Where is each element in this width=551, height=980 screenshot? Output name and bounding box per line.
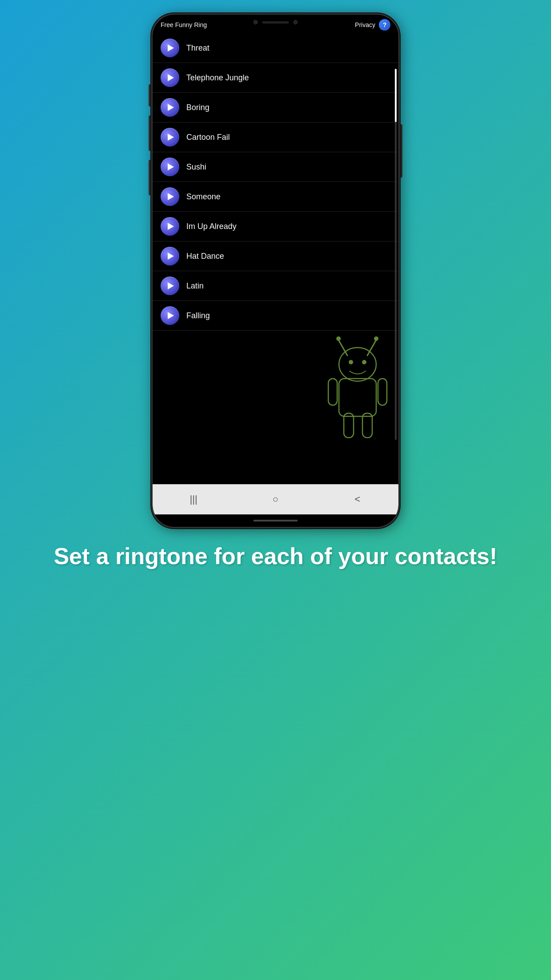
svg-point-6	[362, 360, 366, 364]
ringtone-name: Boring	[186, 103, 209, 112]
ringtone-name: Latin	[186, 281, 204, 291]
ringtone-item[interactable]: Threat	[153, 33, 398, 63]
top-right-controls: Privacy ?	[355, 19, 390, 31]
ringtone-name: Telephone Jungle	[186, 73, 249, 83]
ringtone-item[interactable]: Someone	[153, 182, 398, 212]
promo-text: Set a ringtone for each of your contacts…	[54, 541, 497, 572]
android-mascot	[323, 324, 394, 449]
phone-screen: Free Funny Ring Privacy ? ThreatTelephon…	[151, 13, 400, 528]
play-icon	[168, 193, 174, 200]
silent-button	[149, 160, 151, 195]
play-button[interactable]	[161, 187, 179, 206]
volume-down-button	[149, 115, 151, 151]
speaker	[262, 21, 289, 24]
navigation-bar: ||| ○ <	[153, 484, 398, 514]
power-button	[400, 124, 402, 178]
play-button[interactable]	[161, 158, 179, 176]
svg-rect-9	[378, 379, 387, 405]
app-title: Free Funny Ring	[161, 21, 207, 28]
ringtone-item[interactable]: Sushi	[153, 152, 398, 182]
home-indicator	[153, 514, 398, 527]
ringtone-item[interactable]: Boring	[153, 93, 398, 122]
promo-section: Set a ringtone for each of your contacts…	[18, 541, 533, 572]
ringtone-item[interactable]: Cartoon Fail	[153, 122, 398, 152]
ringtone-name: Hat Dance	[186, 252, 224, 261]
ringtone-name: Someone	[186, 192, 220, 202]
play-icon	[168, 134, 174, 141]
home-button[interactable]: ○	[264, 488, 287, 510]
svg-rect-8	[328, 379, 337, 405]
play-icon	[168, 253, 174, 260]
play-icon	[168, 223, 174, 230]
ringtone-item[interactable]: Latin	[153, 271, 398, 301]
scrollbar[interactable]	[395, 69, 397, 440]
ringtone-item[interactable]: Hat Dance	[153, 241, 398, 271]
ringtone-item[interactable]: Im Up Already	[153, 212, 398, 241]
play-button[interactable]	[161, 68, 179, 87]
play-button[interactable]	[161, 217, 179, 236]
play-button[interactable]	[161, 277, 179, 295]
play-icon	[168, 74, 174, 81]
play-button[interactable]	[161, 247, 179, 265]
play-button[interactable]	[161, 98, 179, 117]
camera-right	[293, 20, 298, 24]
ringtone-name: Cartoon Fail	[186, 133, 230, 142]
recent-apps-button[interactable]: |||	[182, 488, 205, 510]
status-bar: Free Funny Ring Privacy ?	[153, 15, 398, 33]
ringtone-name: Falling	[186, 311, 210, 320]
ringtone-item[interactable]: Telephone Jungle	[153, 63, 398, 93]
svg-point-5	[349, 360, 353, 364]
svg-point-4	[339, 348, 376, 381]
play-icon	[168, 282, 174, 289]
play-icon	[168, 312, 174, 319]
play-button[interactable]	[161, 306, 179, 325]
svg-point-3	[374, 336, 378, 341]
play-button[interactable]	[161, 128, 179, 146]
svg-rect-7	[339, 379, 376, 416]
play-icon	[168, 104, 174, 111]
help-button[interactable]: ?	[379, 19, 390, 31]
notch	[253, 20, 298, 24]
play-icon	[168, 44, 174, 51]
screen-content: Free Funny Ring Privacy ? ThreatTelephon…	[153, 15, 398, 527]
scrollbar-thumb[interactable]	[395, 69, 397, 122]
home-bar	[253, 520, 298, 522]
ringtone-name: Threat	[186, 43, 209, 53]
play-icon	[168, 163, 174, 170]
ringtone-list: ThreatTelephone JungleBoringCartoon Fail…	[153, 33, 398, 484]
play-button[interactable]	[161, 39, 179, 57]
svg-point-1	[336, 336, 341, 341]
back-button[interactable]: <	[346, 488, 369, 510]
ringtone-name: Im Up Already	[186, 222, 236, 231]
phone-device: Free Funny Ring Privacy ? ThreatTelephon…	[151, 13, 400, 528]
privacy-link[interactable]: Privacy	[355, 21, 375, 28]
camera-left	[253, 20, 258, 24]
ringtone-name: Sushi	[186, 162, 206, 172]
volume-up-button	[149, 84, 151, 107]
